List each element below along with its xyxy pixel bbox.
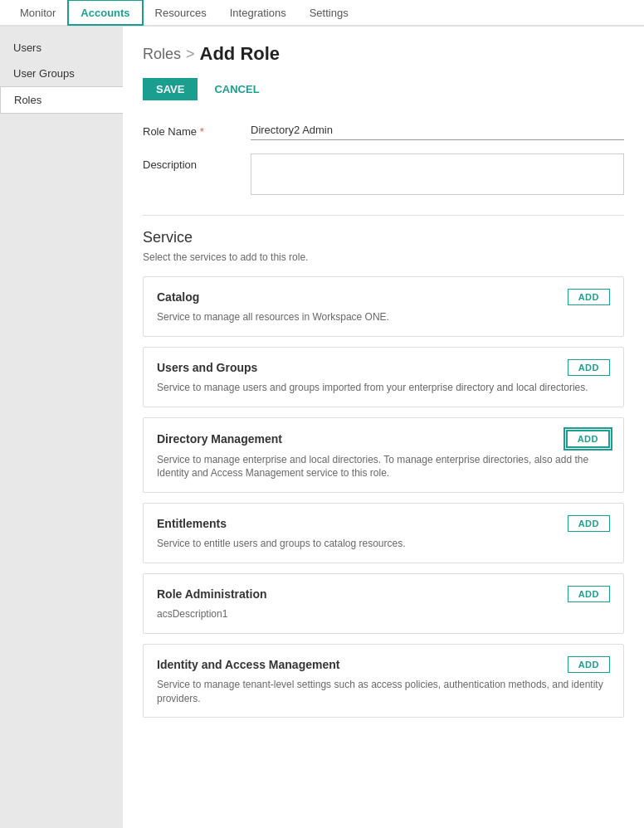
nav-item-monitor[interactable]: Monitor [8, 0, 67, 26]
role-name-input[interactable] [251, 120, 624, 140]
sidebar-item-users[interactable]: Users [0, 35, 123, 61]
nav-item-settings[interactable]: Settings [298, 0, 360, 26]
nav-item-integrations[interactable]: Integrations [218, 0, 298, 26]
add-iam-button[interactable]: ADD [568, 656, 610, 673]
service-card-directory-header: Directory Management ADD [157, 430, 610, 448]
main-content: Roles > Add Role SAVE CANCEL Role Name *… [123, 27, 644, 828]
role-name-row: Role Name * [143, 120, 624, 140]
sidebar: Users User Groups Roles [0, 27, 123, 828]
service-card-users-groups: Users and Groups ADD Service to manage u… [143, 347, 624, 407]
nav-item-accounts[interactable]: Accounts [67, 0, 143, 26]
service-card-catalog-desc: Service to manage all resources in Works… [157, 310, 610, 324]
service-section-title: Service [143, 229, 624, 246]
service-card-users-groups-name: Users and Groups [157, 361, 257, 374]
service-card-entitlements: Entitlements ADD Service to entitle user… [143, 503, 624, 563]
service-card-directory-name: Directory Management [157, 432, 282, 446]
service-card-iam-header: Identity and Access Management ADD [157, 656, 610, 673]
required-indicator: * [200, 125, 204, 138]
breadcrumb: Roles > Add Role [143, 43, 624, 65]
service-section-desc: Select the services to add to this role. [143, 251, 624, 263]
service-card-directory-management: Directory Management ADD Service to mana… [143, 417, 624, 494]
service-card-directory-desc: Service to manage enterprise and local d… [157, 453, 610, 481]
add-entitlements-button[interactable]: ADD [568, 515, 610, 532]
service-card-role-admin-desc: acsDescription1 [157, 607, 610, 621]
breadcrumb-current: Add Role [200, 43, 281, 65]
service-card-iam: Identity and Access Management ADD Servi… [143, 644, 624, 718]
section-divider [143, 215, 624, 216]
service-card-entitlements-desc: Service to entitle users and groups to c… [157, 537, 610, 551]
sidebar-item-user-groups[interactable]: User Groups [0, 61, 123, 86]
service-card-entitlements-header: Entitlements ADD [157, 515, 610, 532]
main-layout: Users User Groups Roles Roles > Add Role… [0, 27, 644, 828]
description-label: Description [143, 153, 251, 171]
top-navigation: Monitor Accounts Resources Integrations … [0, 0, 644, 27]
service-card-role-admin-name: Role Administration [157, 587, 267, 601]
cancel-button[interactable]: CANCEL [206, 78, 267, 100]
description-textarea[interactable] [251, 153, 624, 195]
service-card-iam-desc: Service to manage tenant-level settings … [157, 678, 610, 706]
description-row: Description [143, 153, 624, 195]
role-name-label: Role Name * [143, 120, 251, 138]
service-card-entitlements-name: Entitlements [157, 517, 227, 530]
service-card-users-groups-header: Users and Groups ADD [157, 359, 610, 376]
add-users-groups-button[interactable]: ADD [568, 359, 610, 376]
role-form: Role Name * Description [143, 120, 624, 195]
breadcrumb-parent: Roles [143, 46, 181, 63]
service-card-users-groups-desc: Service to manage users and groups impor… [157, 381, 610, 395]
breadcrumb-separator: > [186, 46, 195, 63]
add-directory-button[interactable]: ADD [566, 430, 610, 448]
action-bar: SAVE CANCEL [143, 78, 624, 100]
add-role-admin-button[interactable]: ADD [568, 586, 610, 602]
add-catalog-button[interactable]: ADD [568, 289, 610, 305]
service-card-role-admin: Role Administration ADD acsDescription1 [143, 573, 624, 634]
service-card-catalog: Catalog ADD Service to manage all resour… [143, 276, 624, 337]
service-card-role-admin-header: Role Administration ADD [157, 586, 610, 602]
service-section: Service Select the services to add to th… [143, 229, 624, 718]
sidebar-item-roles[interactable]: Roles [0, 86, 123, 114]
service-cards-container: Catalog ADD Service to manage all resour… [143, 276, 624, 718]
nav-item-resources[interactable]: Resources [144, 0, 218, 26]
service-card-catalog-name: Catalog [157, 290, 199, 304]
service-card-iam-name: Identity and Access Management [157, 658, 339, 671]
save-button[interactable]: SAVE [143, 78, 198, 100]
service-card-catalog-header: Catalog ADD [157, 289, 610, 305]
